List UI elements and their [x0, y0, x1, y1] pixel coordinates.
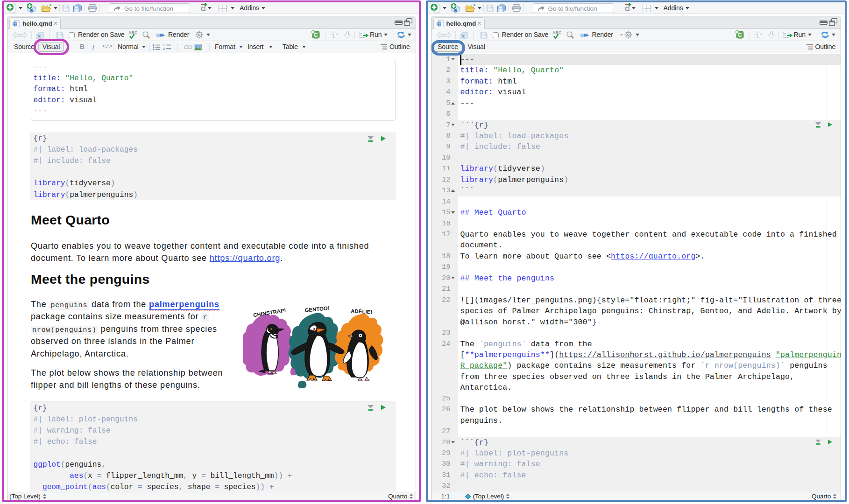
svg-text:1: 1	[163, 43, 165, 47]
svg-text:GENTOO!: GENTOO!	[304, 305, 330, 313]
svg-text:2: 2	[163, 47, 165, 50]
svg-text:ABC: ABC	[552, 30, 561, 35]
svg-text:ADÉLIE!: ADÉLIE!	[351, 308, 373, 315]
svg-text:ABC: ABC	[128, 30, 137, 35]
